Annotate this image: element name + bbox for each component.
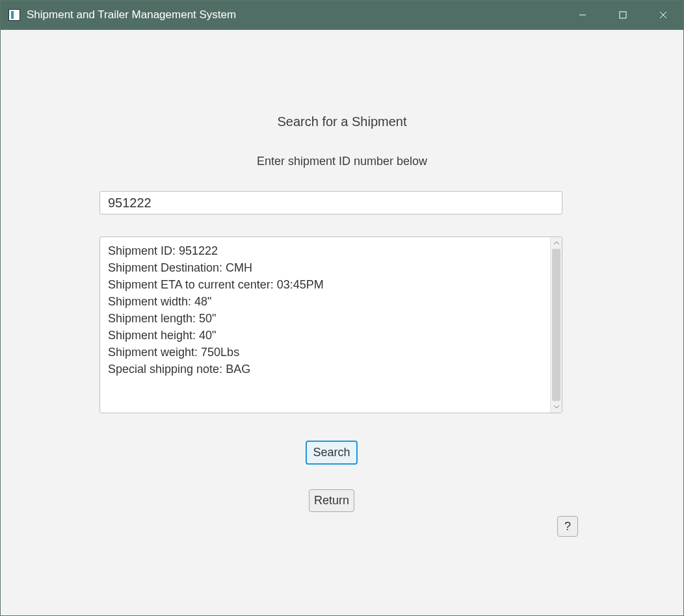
minimize-icon [579,11,586,19]
app-window: Shipment and Trailer Management System S… [0,0,684,616]
app-icon [8,9,20,21]
return-button[interactable]: Return [309,489,354,512]
svg-rect-1 [620,12,626,18]
maximize-icon [619,11,627,19]
page-prompt: Enter shipment ID number below [1,155,683,168]
help-button[interactable]: ? [557,516,578,537]
close-button[interactable] [643,1,683,29]
window-title: Shipment and Trailer Management System [27,8,236,21]
results-scrollbar[interactable] [550,237,562,413]
scroll-thumb[interactable] [552,249,560,401]
results-panel [99,237,562,413]
scroll-down-icon[interactable] [551,401,562,413]
title-bar[interactable]: Shipment and Trailer Management System [1,1,683,29]
results-textarea[interactable] [100,237,550,413]
maximize-button[interactable] [603,1,643,29]
client-area: Search for a Shipment Enter shipment ID … [1,29,683,615]
page-heading: Search for a Shipment [1,114,683,129]
search-button[interactable]: Search [306,441,358,465]
minimize-button[interactable] [562,1,603,29]
shipment-id-input[interactable] [99,191,562,214]
close-icon [659,11,667,19]
scroll-up-icon[interactable] [551,237,562,249]
